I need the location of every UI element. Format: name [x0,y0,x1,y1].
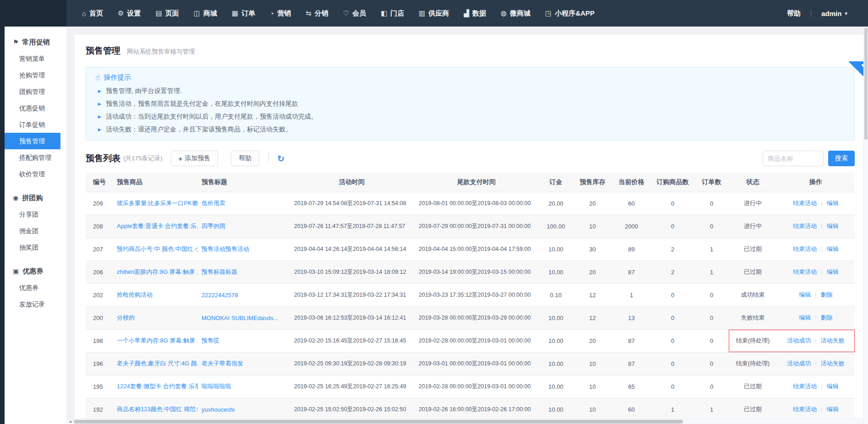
cell-product-link[interactable]: 预约商品小号:中 颜色:中国红 小... [117,245,198,252]
action-link[interactable]: 结束活动 [793,268,817,275]
nav-item-11[interactable]: ▟数据 [464,9,486,18]
nav-item-7[interactable]: ⇆分销 [306,9,328,18]
bullet-icon: ▶ [98,127,101,132]
action-link[interactable]: 结束活动 [793,406,817,413]
sidebar-item[interactable]: 发放记录 [5,296,66,312]
help-link[interactable]: 帮助 [787,9,801,18]
sidebar-item[interactable]: 搭配购管理 [5,149,66,166]
cell-actions: 结束活动|编辑 [777,192,855,215]
sidebar-item[interactable]: 佣金团 [5,223,66,239]
vertical-scrollbar-thumb[interactable] [864,27,868,140]
sidebar-item[interactable]: 订单促销 [5,116,66,133]
action-link[interactable]: 结束活动 [793,200,817,207]
action-link[interactable]: 编辑 [799,314,811,321]
sidebar-item[interactable]: 分享团 [5,206,66,223]
cell-title-link[interactable]: yushouceshi [202,406,235,413]
cell-goods-count: 0 [651,283,694,306]
sidebar-group-title-2[interactable]: ◉拼团购 [5,190,66,206]
sidebar-item[interactable]: 团购管理 [5,83,66,100]
nav-item-9[interactable]: ◧门店 [381,9,404,18]
action-link[interactable]: 删除 [821,291,833,298]
action-link[interactable]: 结束活动 [793,245,817,252]
horizontal-scrollbar[interactable]: ◂ [66,419,863,424]
cell-product-link[interactable]: 1224套餐:微型卡 合约套餐:乐享... [117,383,198,390]
nav-item-10[interactable]: ▥供应商 [419,9,449,18]
sidebar-item[interactable]: 优惠促销 [5,100,66,116]
cell-title-link[interactable]: 预售标题标题 [202,268,237,275]
nav-item-13[interactable]: ◳小程序&APP [545,9,595,18]
refresh-icon[interactable]: ↻ [277,153,284,164]
nav-item-12[interactable]: ◍微商城 [501,9,530,18]
sidebar-group-title-1[interactable]: ⚑常用促销 [5,34,66,50]
action-link[interactable]: 结束活动 [793,383,817,390]
cell-deposit: 10.00 [539,261,573,283]
action-link[interactable]: 编辑 [827,383,839,390]
sidebar-group-title-3[interactable]: ▣优惠券 [5,263,66,279]
cell-goods-count: 0 [651,375,694,398]
cell-title-link[interactable]: 啦啦啦啦啦 [202,383,231,390]
nav-item-1[interactable]: ⌂首页 [82,9,103,18]
cell-title-link[interactable]: MONOKAI SUBLIMEdasds... [202,315,278,321]
product-search-input[interactable] [763,151,824,166]
cell-product-link[interactable]: Apple套餐:普通卡 合约套餐:乐... [117,223,198,229]
cell-goods-count: 0 [651,215,694,238]
tip-item: ▶活动成功：当到达尾款支付时间以后，用户支付尾款，预售活动成功完成。 [95,113,854,121]
action-link[interactable]: 编辑 [827,200,839,207]
cell-status: 进行中 [729,192,777,215]
action-link[interactable]: 活动成功 [787,337,811,344]
action-link[interactable]: 活动成功 [787,360,811,367]
nav-item-4[interactable]: ◫商城 [194,9,217,18]
action-separator: | [815,291,816,298]
action-link[interactable]: 编辑 [827,406,839,413]
action-link[interactable]: 活动失败 [821,360,845,367]
action-link[interactable]: 编辑 [827,268,839,275]
action-link[interactable]: 活动失败 [821,337,845,344]
user-menu[interactable]: admin ▾ [821,10,847,17]
cell-goods-count: 0 [651,329,694,352]
cell-product-link[interactable]: 彼乐多重量:比多乐来一口PK脆... [117,200,198,207]
add-presale-button[interactable]: + 添加预售 [171,151,218,166]
sidebar-item[interactable]: 优惠券 [5,279,66,296]
cell-title-link[interactable]: 22222442578 [202,292,238,299]
cell-title-link[interactable]: 预售哎 [202,337,219,344]
sidebar-item[interactable]: 抽奖团 [5,239,66,255]
member-icon: ♡ [343,9,349,17]
cell-price: 13 [612,306,651,329]
cell-product-link[interactable]: 分校的 [117,314,135,321]
nav-item-8[interactable]: ♡会员 [343,9,366,18]
search-button[interactable]: 搜索 [828,151,855,166]
nav-item-2[interactable]: ⚙设置 [118,9,141,18]
cell-id: 202 [86,283,113,306]
cell-order-count: 1 [694,261,729,283]
cell-title-link[interactable]: 老夫子带着假发 [202,360,243,367]
cell-title-link[interactable]: 四季的雨 [202,223,225,229]
sidebar-item[interactable]: 预售管理 [5,133,60,149]
cell-product-link[interactable]: 商品名称123颜色:中国红 规范:0... [117,406,198,413]
nav-item-5[interactable]: ▦订单 [232,9,255,18]
cell-product-link[interactable]: zhiben面膜内存:8G 屏幕:触屏 ... [117,268,198,275]
cell-actions: 活动成功|活动失败 [777,352,855,375]
cell-title-link[interactable]: 预售活动预售活动 [202,245,249,252]
action-link[interactable]: 编辑 [827,245,839,252]
cell-title-link[interactable]: 低价甩卖 [202,200,225,207]
sidebar-item[interactable]: 抢购管理 [5,67,66,83]
cell-product: zhiben面膜内存:8G 屏幕:触屏 ... [113,261,198,283]
scroll-left-arrow-icon[interactable]: ◂ [66,419,74,424]
nav-item-6[interactable]: ◔营销 [270,9,291,18]
cell-product-link[interactable]: 一个小苹果内存:8G 屏幕:触屏 ... [117,337,198,344]
action-link[interactable]: 编辑 [827,223,839,229]
horizontal-scrollbar-thumb[interactable] [74,420,683,424]
nav-item-3[interactable]: ▤页面 [156,9,179,18]
cell-activity-time: 2019-02-25 16:25:49至2019-02-27 16:25:49 [289,375,414,398]
sidebar-item[interactable]: 砍价管理 [5,166,66,182]
action-separator: | [815,314,816,321]
table-header-row: 编号预售商品预售标题活动时间尾款支付时间订金预售库存当前价格订购商品数订单数状态… [86,173,855,192]
sidebar-item[interactable]: 营销菜单 [5,50,66,67]
action-link[interactable]: 删除 [821,314,833,321]
action-link[interactable]: 编辑 [799,291,811,298]
vertical-scrollbar[interactable] [863,27,868,424]
cell-product-link[interactable]: 抢枪抢购活动 [117,291,153,298]
help-button[interactable]: 帮助 [231,151,259,166]
cell-product-link[interactable]: 老夫子颜色:象牙白 尺寸:4G 颜... [117,360,198,367]
action-link[interactable]: 结束活动 [793,223,817,229]
